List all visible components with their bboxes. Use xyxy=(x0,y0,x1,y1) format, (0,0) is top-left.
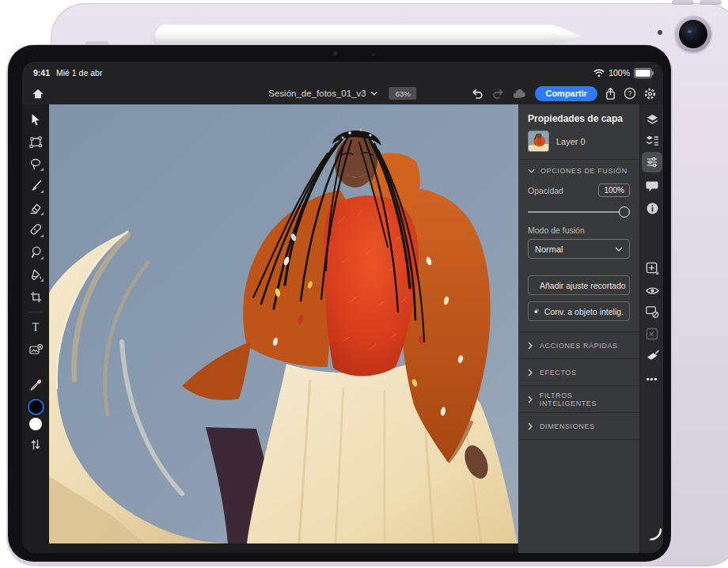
crop-tool[interactable] xyxy=(28,289,44,305)
layer-filter-button[interactable] xyxy=(643,132,661,150)
chevron-down-icon xyxy=(615,247,623,252)
zoom-level-badge[interactable]: 63% xyxy=(389,87,417,100)
blend-options-header[interactable]: OPCIONES DE FUSIÓN xyxy=(518,160,639,180)
transform-tool[interactable] xyxy=(28,134,44,150)
share-button[interactable]: Compartir xyxy=(535,86,597,101)
svg-text:?: ? xyxy=(628,89,631,97)
redo-button[interactable] xyxy=(491,88,505,100)
document-title[interactable]: Sesión_de_fotos_01_v3 xyxy=(268,89,366,98)
background-color-swatch[interactable] xyxy=(29,418,42,430)
slider-track xyxy=(528,211,630,213)
opacity-value-field[interactable]: 100% xyxy=(598,184,630,197)
tool-rail: T xyxy=(22,104,49,553)
fill-tool[interactable] xyxy=(28,267,44,282)
blend-mode-dropdown[interactable]: Normal xyxy=(528,239,630,259)
date: Mié 1 de abr xyxy=(56,68,102,78)
layers-panel-button[interactable] xyxy=(643,111,661,128)
panel-sections: ACCIONES RÁPIDAS EFECTOS FILTROS INTELIG… xyxy=(518,331,639,440)
section-smart-filters[interactable]: FILTROS INTELIGENTES xyxy=(518,386,639,413)
clock: 9:41 xyxy=(33,68,50,78)
blend-options-label: OPCIONES DE FUSIÓN xyxy=(540,167,628,175)
add-clipped-adjustment-button[interactable]: Añadir ajuste recortado xyxy=(528,275,630,295)
help-button[interactable]: ? xyxy=(624,87,636,100)
mask-visibility-button[interactable] xyxy=(643,303,661,320)
app-screen: 9:41 Mié 1 de abr 100% Sesión_de_fotos_0… xyxy=(22,62,663,553)
foreground-color-swatch[interactable] xyxy=(28,399,44,415)
section-dimensions[interactable]: DIMENSIONES xyxy=(518,413,639,440)
cloud-sync-icon[interactable] xyxy=(512,88,528,99)
undo-button[interactable] xyxy=(471,88,484,100)
add-layer-button[interactable] xyxy=(643,259,661,277)
canvas-area xyxy=(49,104,518,553)
eyedropper-tool[interactable] xyxy=(28,377,44,392)
layer-row[interactable]: Layer 0 xyxy=(518,130,639,159)
battery-icon xyxy=(634,68,652,78)
status-bar: 9:41 Mié 1 de abr 100% xyxy=(22,62,663,82)
chevron-down-icon xyxy=(528,169,535,173)
properties-panel-button-selected[interactable] xyxy=(642,152,662,172)
wifi-icon xyxy=(593,69,605,78)
place-embedded-button[interactable] xyxy=(643,325,661,343)
canvas-photo[interactable] xyxy=(49,104,518,543)
home-button[interactable] xyxy=(30,86,46,100)
slider-knob[interactable] xyxy=(619,206,630,218)
clean-brush-button[interactable] xyxy=(643,346,661,364)
front-camera xyxy=(332,51,339,58)
opacity-label: Opacidad xyxy=(528,186,563,195)
comments-panel-button[interactable] xyxy=(643,177,661,195)
layer-visibility-button[interactable] xyxy=(643,282,661,299)
settings-gear-icon[interactable] xyxy=(643,87,657,100)
chevron-right-icon xyxy=(528,369,533,377)
rear-camera-lens xyxy=(679,20,707,48)
chevron-right-icon xyxy=(528,422,533,430)
lasso-tool[interactable] xyxy=(28,156,44,172)
chevron-right-icon xyxy=(528,342,533,350)
panel-title: Propiedades de capa xyxy=(518,104,639,130)
rear-microphone xyxy=(658,30,662,35)
front-sensor xyxy=(372,53,375,56)
volume-button xyxy=(700,0,722,5)
smart-object-icon xyxy=(534,306,539,316)
healing-brush-tool[interactable] xyxy=(28,222,44,238)
layer-thumbnail xyxy=(528,131,549,152)
brush-tool[interactable] xyxy=(28,178,44,194)
tool-divider xyxy=(28,312,43,312)
type-tool[interactable]: T xyxy=(28,320,44,335)
rear-camera-glint xyxy=(688,30,692,33)
panel-switcher-rail: ••• xyxy=(639,104,663,553)
clone-stamp-tool[interactable] xyxy=(28,244,44,260)
chevron-right-icon xyxy=(528,396,533,403)
section-quick-actions[interactable]: ACCIONES RÁPIDAS xyxy=(518,332,639,359)
chevron-down-icon[interactable] xyxy=(371,91,378,96)
blend-mode-label: Modo de fusión xyxy=(518,218,639,239)
blend-mode-value: Normal xyxy=(535,244,563,254)
battery-percent: 100% xyxy=(609,68,630,78)
volume-button xyxy=(672,0,694,5)
more-options-button[interactable]: ••• xyxy=(643,370,661,388)
section-effects[interactable]: EFECTOS xyxy=(518,359,639,386)
layer-properties-panel: Propiedades de capa Layer 0 OPCIONES DE … xyxy=(518,104,639,553)
move-tool[interactable] xyxy=(28,112,44,127)
convert-smart-object-button[interactable]: Conv. a objeto intelig. xyxy=(528,301,630,321)
export-icon[interactable] xyxy=(605,87,616,100)
opacity-slider[interactable] xyxy=(528,206,630,217)
eraser-tool[interactable] xyxy=(28,200,44,216)
corner-swipe-indicator[interactable] xyxy=(650,528,662,543)
layer-name: Layer 0 xyxy=(556,137,586,146)
info-panel-button[interactable] xyxy=(643,199,661,217)
swap-colors-button[interactable] xyxy=(28,437,44,453)
place-photo-tool[interactable] xyxy=(28,342,44,358)
